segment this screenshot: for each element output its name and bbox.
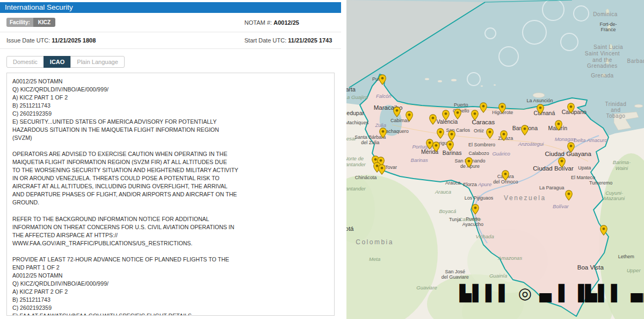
notam-panel: International Security Facility: KICZ NO… xyxy=(0,0,341,319)
notam-number-value: A0012/25 xyxy=(273,19,299,26)
map-pin[interactable] xyxy=(432,141,440,152)
tab-bar: Domestic ICAO Plain Language xyxy=(6,56,335,68)
map-pin[interactable] xyxy=(600,225,608,236)
map-pin[interactable] xyxy=(486,128,494,139)
map-pins-layer xyxy=(346,0,644,319)
map-pin[interactable] xyxy=(520,125,529,136)
facility-badge: Facility: KICZ xyxy=(6,18,55,27)
map-pin[interactable] xyxy=(465,157,473,168)
start-date-label: Start Date UTC: xyxy=(244,37,288,44)
map-pin[interactable] xyxy=(500,130,508,141)
notam-text: A0012/25 NOTAMN Q) KICZ/QRDLD/IV/NBO/AE/… xyxy=(6,73,335,316)
start-date: Start Date UTC: 11/21/2025 1743 xyxy=(244,37,337,44)
map-pin[interactable] xyxy=(558,157,566,168)
issue-date-value: 11/21/2025 1808 xyxy=(52,37,96,44)
map-pin[interactable] xyxy=(537,104,545,115)
dates-row: Issue Date UTC: 11/21/2025 1808 Start Da… xyxy=(0,32,341,49)
notam-viewer: International Security Facility: KICZ NO… xyxy=(0,0,644,319)
map-pin[interactable] xyxy=(454,109,462,119)
notam-number-label: NOTAM #: xyxy=(244,19,273,26)
facility-row: Facility: KICZ NOTAM #: A0012/25 xyxy=(0,13,341,32)
map-pin[interactable] xyxy=(567,142,575,153)
map-pin[interactable] xyxy=(565,190,573,201)
issue-date-label: Issue Date UTC: xyxy=(6,37,52,44)
map-pin[interactable] xyxy=(479,102,487,113)
map-pin[interactable] xyxy=(378,164,386,175)
map-pin[interactable] xyxy=(437,128,445,139)
tab-icao[interactable]: ICAO xyxy=(44,56,71,68)
map-pin[interactable] xyxy=(471,204,479,215)
map-pin[interactable] xyxy=(429,114,437,125)
tab-domestic[interactable]: Domestic xyxy=(6,56,44,68)
map-pin[interactable] xyxy=(393,107,401,117)
map-pin[interactable] xyxy=(498,103,506,114)
facility-value: KICZ xyxy=(33,18,55,27)
map-pin[interactable] xyxy=(379,127,387,138)
panel-title: International Security xyxy=(5,3,73,11)
map-pin[interactable] xyxy=(446,140,454,151)
map-watermark: ▙▌▌▌ ◎ ▄▐ ▐▙▌▌ ▄▄ ▄▖L xyxy=(460,284,644,302)
map-pin[interactable] xyxy=(405,111,413,122)
panel-header: International Security xyxy=(0,2,341,13)
facility-label: Facility: xyxy=(6,18,33,27)
notam-number: NOTAM #: A0012/25 xyxy=(244,19,337,26)
map-pin[interactable] xyxy=(448,130,456,141)
map-pin[interactable] xyxy=(555,120,563,131)
map-pin[interactable] xyxy=(501,170,509,181)
start-date-value: 11/21/2025 1743 xyxy=(288,37,332,44)
issue-date: Issue Date UTC: 11/21/2025 1808 xyxy=(6,37,244,44)
map-pin[interactable] xyxy=(567,103,575,114)
map[interactable]: MartaLa GuajiraValleduparMachiquesCesarM… xyxy=(346,0,644,319)
map-pin[interactable] xyxy=(442,110,450,120)
map-pin[interactable] xyxy=(379,74,387,85)
map-pin[interactable] xyxy=(471,110,479,120)
tab-plain-language[interactable]: Plain Language xyxy=(70,56,124,68)
